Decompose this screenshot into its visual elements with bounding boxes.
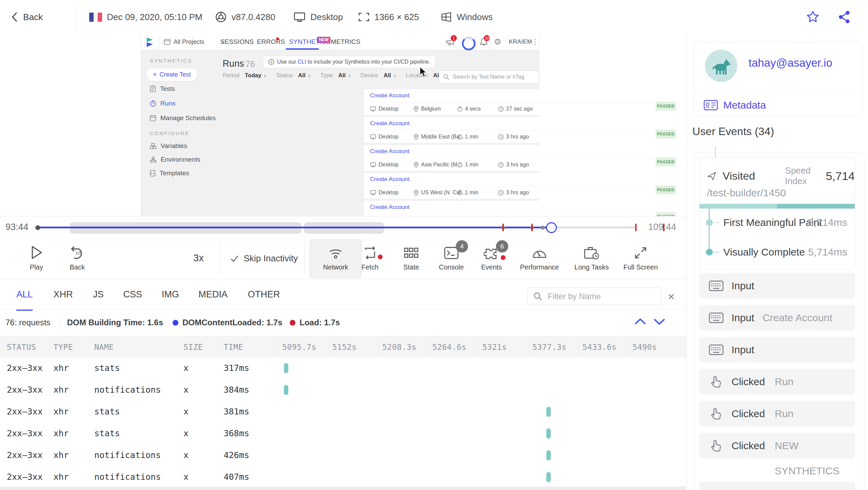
metadata-button[interactable]: Metadata [704,99,766,111]
net-tab-media[interactable]: MEDIA [198,279,228,309]
timeline-connector [715,146,716,158]
jump-next-icon[interactable] [652,317,666,326]
timeline-progress[interactable] [37,227,551,228]
user-card: tahay@asayer.io Metadata [694,42,862,116]
timer-icon [457,190,463,196]
run-card[interactable]: Create Account Desktop US West (N. Cal..… [364,173,678,199]
col-t1: 5152s [332,337,357,358]
tool-state[interactable]: State [389,242,433,276]
app-sidebar-item-variables[interactable]: Variables [150,142,187,150]
run-card[interactable]: Create Account Desktop Belgium 4 secs 27… [364,89,678,115]
app-tab-metrics[interactable]: METRICS [331,34,360,50]
os-info: Windows [440,0,493,34]
settings-gear-icon[interactable]: ⚙ [494,37,501,47]
col-t6: 5433.6s [582,337,616,358]
tool-long-tasks[interactable]: Long Tasks [569,242,614,276]
user-email-link[interactable]: tahay@asayer.io [749,56,832,69]
run-status-badge: PASSED [656,130,676,138]
timeline-remaining[interactable] [551,227,636,228]
filter-status-value[interactable]: All [298,72,306,79]
jump-prev-icon[interactable] [633,317,647,326]
loading-spinner-icon [462,37,476,50]
net-tab-css[interactable]: CSS [123,279,142,309]
tool-fetch[interactable]: Fetch [348,242,392,276]
run-name-link[interactable]: Create Account [364,145,678,155]
app-sidebar-item-templates[interactable]: Templates [150,169,189,177]
run-name-link[interactable]: Create Account [364,117,678,127]
project-selector[interactable]: All Projects ∨ [159,34,229,50]
error-marker[interactable] [635,224,637,231]
app-sidebar-item-runs[interactable]: Runs [150,100,175,107]
user-event-clicked[interactable]: Clicked NEW SYNTHETICS [699,433,855,458]
network-row[interactable]: 2xx–3xxxhrstatsx317ms [0,357,686,379]
user-event-clicked[interactable]: Clicked Run [699,369,855,394]
skip-inactivity-checkbox[interactable]: Skip Inactivity [230,253,298,264]
app-sidebar-item-tests[interactable]: Tests [150,85,175,93]
run-name-link[interactable]: Create Account [364,201,678,211]
request-timing-bar [284,363,288,373]
filter-period-value[interactable]: Today [245,72,261,79]
run-ago: 3 hrs ago [506,162,529,168]
filter-type-value[interactable]: All [338,72,346,79]
user-event-input[interactable]: Input [699,273,855,298]
create-test-button[interactable]: + Create Test [146,68,197,81]
user-menu[interactable]: KRAIEM [509,34,532,50]
run-card[interactable]: Create Account Desktop Asia Pacific (M..… [364,145,678,171]
net-tab-all[interactable]: ALL [16,279,33,311]
network-row[interactable]: 2xx–3xxxhrnotificationsx407ms [0,466,686,488]
player-controls: Play 10 Back 3x Skip Inactivity Network … [0,238,686,279]
chevron-down-icon: ∨ [307,73,311,78]
share-button[interactable] [837,10,851,24]
timeline-start-dot [35,225,40,230]
favorite-button[interactable] [806,10,820,24]
network-row[interactable]: 2xx–3xxxhrstatsx368ms [0,423,686,444]
filter-status-label: Status [276,72,292,79]
tool-events[interactable]: Events 6 [469,242,514,276]
app-sidebar-item-manage-schedules[interactable]: Manage Schedules [150,114,216,122]
cli-link[interactable]: CLI [298,59,306,65]
notifications-button[interactable]: 33 [480,38,488,46]
net-tab-js[interactable]: JS [93,279,104,309]
tool-performance[interactable]: Performance [517,242,562,276]
net-tab-other[interactable]: OTHER [248,279,280,309]
test-search-input[interactable]: Search by Test Name or #Tag [439,70,539,83]
playhead-handle[interactable] [546,222,557,233]
user-event-clicked[interactable]: Clicked Run [699,401,855,426]
run-card-partial[interactable]: Create Account PASSED [364,201,678,216]
play-button[interactable]: Play [14,242,59,276]
back-10-button[interactable]: 10 Back [55,242,99,276]
user-event-input[interactable]: Input Create Account [699,305,855,330]
create-test-label: Create Test [160,71,191,78]
error-marker[interactable] [531,224,533,231]
tool-full-screen[interactable]: Full Screen [618,242,663,276]
divider [489,34,490,50]
net-tab-img[interactable]: IMG [162,279,179,309]
error-marker[interactable] [502,224,504,231]
run-card[interactable]: Create Account Desktop Middle East (Ba..… [364,117,678,143]
cubes-icon [150,143,157,149]
net-tab-xhr[interactable]: XHR [53,279,73,309]
network-row[interactable]: 2xx–3xxxhrstatsx381ms [0,401,686,423]
close-panel-icon[interactable]: × [668,290,675,303]
run-name-link[interactable]: Create Account [364,89,678,99]
filter-device-value[interactable]: All [384,72,391,79]
app-tab-errors[interactable]: ERRORS [257,34,285,50]
speed-toggle[interactable]: 3x [193,252,204,264]
network-row[interactable]: 2xx–3xxxhrnotificationsx426ms [0,444,686,466]
visited-event-card[interactable]: Visited Speed Index 5,714 /test-builder/… [699,158,855,270]
app-tab-sessions[interactable]: SESSIONS [220,34,254,50]
kebab-menu-icon[interactable]: ⋮ [531,34,539,50]
app-sidebar-item-environments[interactable]: Environments [150,156,200,163]
horizontal-scrollbar[interactable] [0,487,686,490]
briefcase-clock-icon [583,246,600,260]
player-timeline[interactable]: 93:44 109:44 [0,216,686,239]
event-marker-dot[interactable] [541,226,545,230]
run-name-link[interactable]: Create Account [364,173,678,183]
user-event-input[interactable]: Input [699,337,855,362]
filter-input[interactable] [547,291,650,301]
back-button[interactable]: Back [11,0,43,34]
network-row[interactable]: 2xx–3xxxhrnotificationsx384ms [0,379,686,401]
announcements-button[interactable]: 1 [446,38,455,46]
tool-console[interactable]: Console 4 [429,242,473,276]
user-event-item-partial[interactable] [699,482,855,490]
